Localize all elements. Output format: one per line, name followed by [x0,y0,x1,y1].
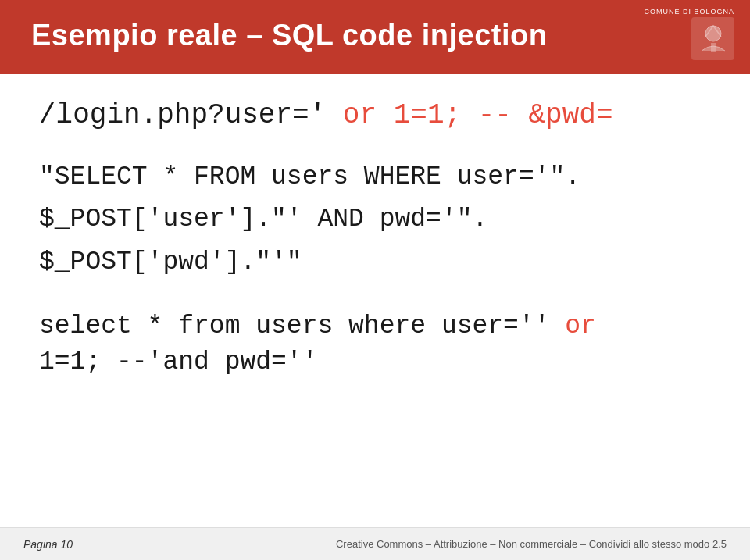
select-line: "SELECT * FROM users WHERE user='". [39,158,711,197]
url-red: or 1=1; -- &pwd= [326,99,612,131]
slide-title: Esempio reale – SQL code injection [31,19,547,52]
logo-icon [694,20,733,59]
url-black: /login.php?user=' [39,99,326,131]
logo-image [691,17,734,60]
post2-line: $_POST['pwd']."'" [39,243,711,282]
result-line2: 1=1; --'and pwd='' [39,344,711,380]
comune-label: COMUNE DI BOLOGNA [644,8,734,16]
slide-content: /login.php?user=' or 1=1; -- &pwd= "SELE… [0,74,750,527]
result-red: or [565,312,596,341]
svg-rect-1 [711,43,716,52]
logo-area: COMUNE DI BOLOGNA [644,8,734,60]
post1-line: $_POST['user']."' AND pwd='". [39,200,711,239]
license-text: Creative Commons – Attribuzione – Non co… [336,538,727,550]
url-line: /login.php?user=' or 1=1; -- &pwd= [39,98,711,134]
result-line: select * from users where user='' or [39,309,711,344]
slide-header: Esempio reale – SQL code injection COMUN… [0,0,750,74]
page-number: Pagina 10 [23,538,73,551]
result-black: select * from users where user='' [39,312,565,341]
slide-footer: Pagina 10 Creative Commons – Attribuzion… [0,527,750,560]
